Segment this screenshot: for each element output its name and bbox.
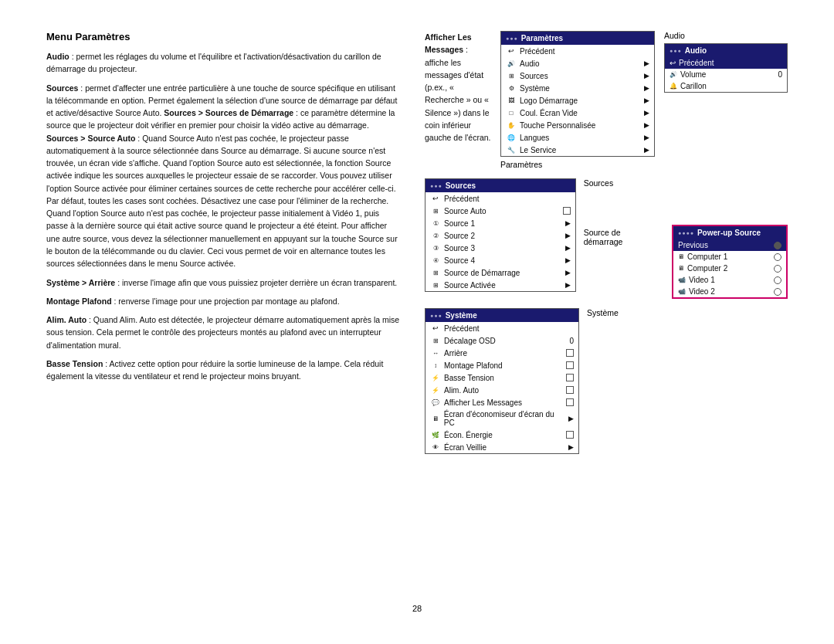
sources-1-icon: ① (430, 219, 441, 228)
systeme-precedent-icon: ↩ (430, 324, 441, 333)
sources-2-icon: ② (430, 231, 441, 240)
audio-volume-value: 0 (778, 70, 782, 79)
sources-icon-pm: ⊞ (506, 71, 517, 80)
sources-auto-icon: ⊞ (430, 206, 441, 215)
parametres-touche: ✋ Touche Personnalisée ▶ (501, 119, 654, 131)
systeme-afficher: 💬 Afficher Les Messages (425, 396, 578, 408)
powerup-video1: 📹 Video 1 (673, 274, 786, 286)
sources-header-label: Sources (446, 181, 476, 190)
sources-bold: Sources (46, 83, 78, 93)
sources-3-arrow: ▶ (565, 244, 571, 252)
powerup-computer2: 🖥 Computer 2 (673, 263, 786, 274)
systeme-veillie: 👁 Écran Veillie ▶ (425, 441, 578, 453)
audio-paragraph: Audio : permet les réglages du volume et… (46, 50, 402, 76)
sources-precedent-label: Précédent (444, 195, 480, 203)
systeme-osd-label: Décalage OSD (444, 337, 496, 345)
systeme-menu-header: ●●● Système (425, 309, 578, 322)
powerup-header: ●●●● Power-up Source (673, 226, 786, 239)
source-demarrage-side-label: Source de démarrage (584, 228, 623, 246)
video2-icon: 📹 (678, 288, 686, 295)
parametres-systeme-label: Système (520, 84, 550, 93)
video1-icon: 📹 (678, 276, 686, 283)
systeme-ecran-pc-label: Écran d'économiseur d'écran du PC (444, 410, 565, 427)
audio-icon: 🔊 (506, 59, 517, 68)
source-demarrage-label-wrapper: Source de démarrage (584, 228, 660, 246)
parametres-langues-label: Langues (520, 134, 549, 142)
audio-section: Audio ●●● Audio ↩ Précédent 🔊 Volume (664, 31, 788, 93)
systeme-arriere-label: Arrière (444, 349, 467, 358)
systeme-arriere: ↔ Arrière (425, 347, 578, 359)
sources-2: ② Source 2 ▶ (425, 229, 575, 242)
systeme-ecran-pc: 🖥 Écran d'économiseur d'écran du PC ▶ (425, 408, 578, 429)
systeme-precedent-label: Précédent (444, 324, 480, 333)
sources-side-label: Sources (584, 178, 660, 188)
systeme-menu: ●●● Système ↩ Précédent ⊞ Décalage OSD 0… (425, 308, 579, 454)
powerup-previous-label: Previous (678, 241, 708, 249)
right-column: Afficher Les Messages : affiche les mess… (425, 31, 788, 588)
page: Menu Paramètres Audio : permet les régla… (0, 0, 834, 644)
afficher-section: Afficher Les Messages : affiche les mess… (425, 31, 491, 150)
powerup-previous-radio (774, 242, 781, 249)
sources-1: ① Source 1 ▶ (425, 217, 575, 229)
powerup-video2: 📹 Video 2 (673, 286, 786, 297)
touche-arrow: ▶ (644, 121, 649, 129)
systeme-osd: ⊞ Décalage OSD 0 (425, 334, 578, 347)
audio-side-label: Audio (664, 31, 685, 40)
arriere-icon: ↔ (430, 348, 441, 358)
sources-demarrage-bold: Sources > Sources de Démarrage (164, 108, 293, 117)
sources-demarrage-label: Source de Démarrage (444, 269, 520, 277)
computer2-icon: 🖥 (678, 265, 684, 272)
osd-icon: ⊞ (430, 336, 441, 345)
sources-auto: ⊞ Source Auto (425, 205, 575, 217)
alim-auto-paragraph: Alim. Auto : Quand Alim. Auto est détect… (46, 314, 402, 351)
sources-precedent: ↩ Précédent (425, 192, 575, 205)
sources-activee-label: Source Activée (444, 281, 496, 290)
parametres-audio: 🔊 Audio ▶ (501, 57, 654, 69)
afficher-paragraph: Afficher Les Messages : affiche les mess… (425, 31, 491, 144)
ecran-pc-arrow: ▶ (568, 415, 574, 422)
parametres-menu: ●●● Paramètres ↩ Précédent 🔊 Audio ▶ (500, 31, 655, 157)
powerup-computer2-radio (774, 265, 781, 273)
powerup-video2-label: Video 2 (689, 287, 715, 296)
parametres-sources-label: Sources (520, 72, 548, 80)
sources-4-label: Source 4 (444, 256, 475, 265)
touche-icon: ✋ (506, 120, 517, 130)
ecran-pc-icon: 🖥 (430, 414, 441, 423)
parametres-touche-label: Touche Personnalisée (520, 121, 595, 130)
sources-demarrage-icon: ⊞ (430, 268, 441, 277)
sources-row: ●●● Sources ↩ Précédent ⊞ Source Auto ① (425, 178, 788, 299)
sources-4: ④ Source 4 ▶ (425, 254, 575, 266)
audio-carillon-label: Carillon (680, 82, 707, 90)
parametres-langues: 🌐 Langues ▶ (501, 131, 654, 144)
parametres-menu-header: ●●● Paramètres (501, 32, 654, 45)
audio-menu-header: ●●● Audio (665, 44, 787, 57)
systeme-alim-label: Alim. Auto (444, 386, 479, 395)
parametres-service: 🔧 Le Service ▶ (501, 144, 654, 156)
sources-activee: ⊞ Source Activée ▶ (425, 279, 575, 291)
basse-tension-paragraph: Basse Tension : Activez cette option pou… (46, 358, 402, 383)
systeme-afficher-label: Afficher Les Messages (444, 398, 522, 407)
top-right-section: Afficher Les Messages : affiche les mess… (425, 31, 788, 169)
systeme-icon-pm: ⚙ (506, 83, 517, 93)
audio-text: : permet les réglages du volume et l'équ… (46, 52, 381, 73)
left-column: Menu Paramètres Audio : permet les régla… (46, 31, 402, 588)
sources-labels: Sources Source de démarrage (584, 178, 660, 246)
parametres-systeme: ⚙ Système ▶ (501, 82, 654, 94)
parametres-precedent-label: Précédent (520, 47, 555, 56)
parametres-dots: ●●● (506, 36, 518, 41)
montage-paragraph: Montage Plafond : renverse l'image pour … (46, 295, 402, 307)
parametres-sources: ⊞ Sources ▶ (501, 69, 654, 82)
systeme-labels: Système (587, 308, 619, 317)
parametres-logo: 🖼 Logo Démarrage ▶ (501, 94, 654, 107)
powerup-video1-label: Video 1 (689, 276, 715, 284)
montage-bold: Montage Plafond (46, 297, 112, 306)
systeme-dots: ●●● (430, 313, 442, 318)
basse-checkbox (566, 374, 574, 381)
sources-activee-icon: ⊞ (430, 280, 441, 290)
computer1-icon: 🖥 (678, 253, 684, 260)
sources-arrow: ▶ (644, 72, 649, 80)
systeme-alim: ⚡ Alim. Auto (425, 384, 578, 396)
veillie-arrow: ▶ (568, 443, 574, 451)
sources-dots: ●●● (430, 183, 442, 188)
powerup-video2-radio (774, 288, 781, 296)
